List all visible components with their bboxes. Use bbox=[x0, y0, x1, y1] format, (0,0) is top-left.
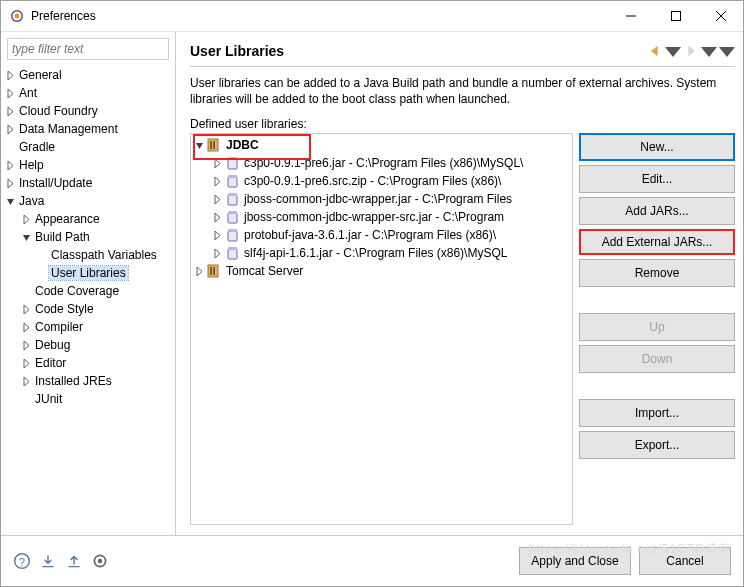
svg-rect-10 bbox=[228, 159, 237, 169]
tree-item-code-style[interactable]: Code Style bbox=[33, 302, 96, 316]
tree-item-java[interactable]: Java bbox=[17, 194, 46, 208]
svg-rect-15 bbox=[228, 193, 237, 196]
tree-item-classpath-variables[interactable]: Classpath Variables bbox=[49, 248, 159, 262]
forward-icon[interactable] bbox=[683, 43, 699, 59]
filter-input[interactable] bbox=[7, 38, 169, 60]
expand-icon[interactable] bbox=[19, 323, 33, 332]
tree-item-ant[interactable]: Ant bbox=[17, 86, 39, 100]
svg-point-28 bbox=[98, 559, 103, 564]
tree-item-help[interactable]: Help bbox=[17, 158, 46, 172]
jar-icon bbox=[225, 191, 241, 207]
edit-button[interactable]: Edit... bbox=[579, 165, 735, 193]
expand-icon[interactable] bbox=[3, 89, 17, 98]
maximize-button[interactable] bbox=[653, 2, 698, 31]
tree-item-cloud-foundry[interactable]: Cloud Foundry bbox=[17, 104, 100, 118]
expand-icon[interactable] bbox=[19, 215, 33, 224]
defined-libraries-label: Defined user libraries: bbox=[190, 117, 735, 131]
add-jars-button[interactable]: Add JARs... bbox=[579, 197, 735, 225]
collapse-icon[interactable] bbox=[191, 141, 207, 150]
import-prefs-icon[interactable] bbox=[39, 552, 57, 570]
svg-rect-8 bbox=[210, 141, 212, 149]
preferences-sidebar: General Ant Cloud Foundry Data Managemen… bbox=[1, 32, 176, 535]
export-button[interactable]: Export... bbox=[579, 431, 735, 459]
library-icon bbox=[207, 137, 223, 153]
expand-icon[interactable] bbox=[209, 213, 225, 222]
lib-jdbc[interactable]: JDBC bbox=[225, 138, 260, 152]
apply-and-close-button[interactable]: Apply and Close bbox=[519, 547, 631, 575]
new-button[interactable]: New... bbox=[579, 133, 735, 161]
svg-rect-14 bbox=[228, 195, 237, 205]
jar-item[interactable]: c3p0-0.9.1-pre6.src.zip - C:\Program Fil… bbox=[243, 174, 502, 188]
expand-icon[interactable] bbox=[3, 161, 17, 170]
expand-icon[interactable] bbox=[19, 305, 33, 314]
close-button[interactable] bbox=[698, 2, 743, 31]
down-button[interactable]: Down bbox=[579, 345, 735, 373]
expand-icon[interactable] bbox=[191, 267, 207, 276]
expand-icon[interactable] bbox=[209, 195, 225, 204]
tree-item-code-coverage[interactable]: Code Coverage bbox=[33, 284, 121, 298]
collapse-icon[interactable] bbox=[19, 233, 33, 242]
tree-item-editor[interactable]: Editor bbox=[33, 356, 68, 370]
svg-rect-11 bbox=[228, 157, 237, 160]
tree-item-general[interactable]: General bbox=[17, 68, 64, 82]
expand-icon[interactable] bbox=[209, 231, 225, 240]
jar-icon bbox=[225, 173, 241, 189]
back-icon[interactable] bbox=[647, 43, 663, 59]
expand-icon[interactable] bbox=[209, 159, 225, 168]
svg-text:?: ? bbox=[19, 556, 25, 568]
collapse-icon[interactable] bbox=[3, 197, 17, 206]
svg-rect-19 bbox=[228, 229, 237, 232]
svg-rect-18 bbox=[228, 231, 237, 241]
dialog-footer: ? Apply and Close Cancel bbox=[1, 535, 743, 586]
jar-item[interactable]: slf4j-api-1.6.1.jar - C:\Program Files (… bbox=[243, 246, 508, 260]
svg-rect-24 bbox=[213, 267, 215, 275]
remove-button[interactable]: Remove bbox=[579, 259, 735, 287]
cancel-button[interactable]: Cancel bbox=[639, 547, 731, 575]
export-prefs-icon[interactable] bbox=[65, 552, 83, 570]
library-buttons: New... Edit... Add JARs... Add External … bbox=[579, 133, 735, 525]
expand-icon[interactable] bbox=[19, 359, 33, 368]
expand-icon[interactable] bbox=[19, 377, 33, 386]
oomph-icon[interactable] bbox=[91, 552, 109, 570]
expand-icon[interactable] bbox=[3, 179, 17, 188]
expand-icon[interactable] bbox=[209, 249, 225, 258]
tree-item-junit[interactable]: JUnit bbox=[33, 392, 64, 406]
page-toolbar bbox=[647, 43, 735, 59]
page-title: User Libraries bbox=[190, 43, 647, 59]
tree-item-build-path[interactable]: Build Path bbox=[33, 230, 92, 244]
add-external-jars-button[interactable]: Add External JARs... bbox=[579, 229, 735, 255]
jar-item[interactable]: c3p0-0.9.1-pre6.jar - C:\Program Files (… bbox=[243, 156, 524, 170]
jar-item[interactable]: protobuf-java-3.6.1.jar - C:\Program Fil… bbox=[243, 228, 497, 242]
expand-icon[interactable] bbox=[209, 177, 225, 186]
svg-rect-23 bbox=[210, 267, 212, 275]
user-libraries-tree[interactable]: JDBC c3p0-0.9.1-pre6.jar - C:\Program Fi… bbox=[190, 133, 573, 525]
expand-icon[interactable] bbox=[19, 341, 33, 350]
jar-item[interactable]: jboss-common-jdbc-wrapper-src.jar - C:\P… bbox=[243, 210, 505, 224]
tree-item-install-update[interactable]: Install/Update bbox=[17, 176, 94, 190]
jar-item[interactable]: jboss-common-jdbc-wrapper.jar - C:\Progr… bbox=[243, 192, 513, 206]
help-icon[interactable]: ? bbox=[13, 552, 31, 570]
preferences-page: User Libraries User libraries can be add… bbox=[176, 32, 743, 535]
expand-icon[interactable] bbox=[3, 71, 17, 80]
tree-item-gradle[interactable]: Gradle bbox=[17, 140, 57, 154]
tree-item-appearance[interactable]: Appearance bbox=[33, 212, 102, 226]
preferences-tree[interactable]: General Ant Cloud Foundry Data Managemen… bbox=[1, 66, 175, 535]
tree-item-data-management[interactable]: Data Management bbox=[17, 122, 120, 136]
lib-tomcat[interactable]: Tomcat Server bbox=[225, 264, 304, 278]
tree-item-compiler[interactable]: Compiler bbox=[33, 320, 85, 334]
forward-menu-icon[interactable] bbox=[701, 43, 717, 59]
tree-item-installed-jres[interactable]: Installed JREs bbox=[33, 374, 114, 388]
svg-rect-17 bbox=[228, 211, 237, 214]
view-menu-icon[interactable] bbox=[719, 43, 735, 59]
up-button[interactable]: Up bbox=[579, 313, 735, 341]
minimize-button[interactable] bbox=[608, 2, 653, 31]
svg-rect-20 bbox=[228, 249, 237, 259]
window-title: Preferences bbox=[31, 9, 96, 23]
expand-icon[interactable] bbox=[3, 107, 17, 116]
tree-item-user-libraries[interactable]: User Libraries bbox=[49, 266, 128, 280]
back-menu-icon[interactable] bbox=[665, 43, 681, 59]
tree-item-debug[interactable]: Debug bbox=[33, 338, 72, 352]
svg-point-2 bbox=[15, 14, 20, 19]
expand-icon[interactable] bbox=[3, 125, 17, 134]
import-button[interactable]: Import... bbox=[579, 399, 735, 427]
